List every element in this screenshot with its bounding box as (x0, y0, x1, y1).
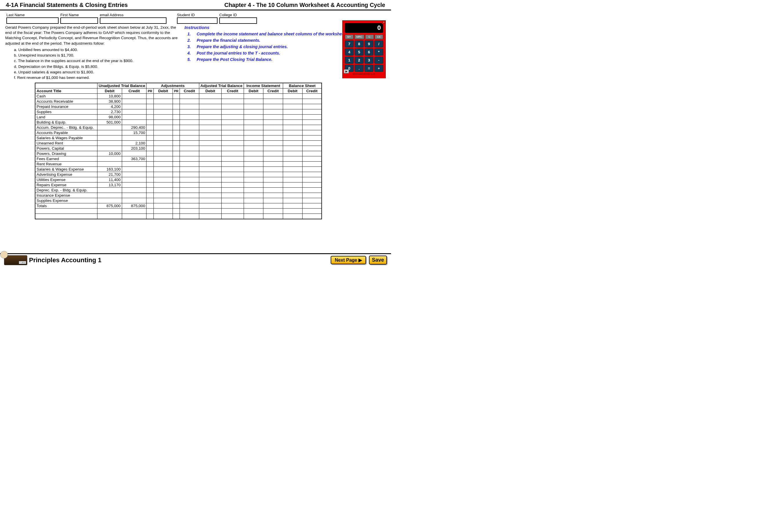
ws-cell[interactable] (199, 167, 221, 172)
ws-cell[interactable] (199, 198, 221, 203)
ws-cell[interactable] (173, 141, 180, 146)
ws-cell[interactable] (244, 125, 263, 130)
ws-cell[interactable] (221, 203, 244, 209)
ws-cell[interactable] (283, 109, 302, 115)
ws-cell[interactable] (35, 209, 97, 214)
ws-cell[interactable] (173, 156, 180, 162)
last-name-input[interactable] (6, 17, 59, 24)
ws-cell[interactable] (146, 156, 153, 162)
ws-cell[interactable] (173, 125, 180, 130)
ws-cell[interactable] (153, 214, 173, 219)
calc-key-button[interactable]: / (375, 40, 383, 47)
ws-cell[interactable] (153, 167, 173, 172)
calc-key-button[interactable]: 6 (365, 48, 373, 56)
ws-cell[interactable] (153, 182, 173, 188)
ws-cell[interactable] (263, 104, 283, 109)
ws-cell[interactable] (35, 214, 97, 219)
ws-cell[interactable] (302, 177, 322, 182)
ws-cell[interactable] (173, 130, 180, 136)
ws-cell[interactable] (221, 193, 244, 198)
ws-cell[interactable] (199, 94, 221, 99)
ws-cell[interactable] (283, 193, 302, 198)
ws-cell[interactable] (199, 156, 221, 162)
ws-cell[interactable] (302, 94, 322, 99)
ws-cell[interactable] (221, 130, 244, 136)
ws-cell[interactable] (180, 109, 199, 115)
ws-cell[interactable] (263, 146, 283, 151)
ws-cell[interactable] (146, 188, 153, 193)
calculator-close-icon[interactable]: × (382, 21, 386, 24)
ws-cell[interactable] (221, 156, 244, 162)
ws-cell[interactable] (199, 136, 221, 141)
ws-cell[interactable] (153, 130, 173, 136)
ws-cell[interactable] (283, 146, 302, 151)
ws-cell[interactable] (302, 156, 322, 162)
ws-cell[interactable] (180, 209, 199, 214)
ws-cell[interactable] (180, 214, 199, 219)
ws-cell[interactable] (244, 209, 263, 214)
ws-cell[interactable] (173, 136, 180, 141)
ws-cell[interactable] (221, 120, 244, 125)
ws-cell[interactable] (180, 99, 199, 104)
ws-cell[interactable] (180, 182, 199, 188)
ws-cell[interactable] (302, 120, 322, 125)
ws-cell[interactable] (221, 172, 244, 177)
ws-cell[interactable] (199, 177, 221, 182)
ws-cell[interactable] (199, 130, 221, 136)
ws-cell[interactable] (302, 146, 322, 151)
ws-cell[interactable] (244, 94, 263, 99)
ws-cell[interactable] (283, 94, 302, 99)
student-id-input[interactable] (177, 17, 218, 24)
ws-cell[interactable] (146, 146, 153, 151)
ws-cell[interactable] (244, 188, 263, 193)
ws-cell[interactable] (263, 209, 283, 214)
calc-key-button[interactable]: + (375, 65, 383, 72)
ws-cell[interactable] (199, 209, 221, 214)
ws-cell[interactable] (244, 172, 263, 177)
ws-cell[interactable] (173, 177, 180, 182)
ws-cell[interactable] (244, 130, 263, 136)
ws-cell[interactable] (263, 109, 283, 115)
ws-cell[interactable] (263, 172, 283, 177)
ws-cell[interactable] (146, 209, 153, 214)
ws-cell[interactable] (244, 120, 263, 125)
ws-cell[interactable] (283, 99, 302, 104)
ws-cell[interactable] (263, 99, 283, 104)
ws-cell[interactable] (146, 193, 153, 198)
ws-cell[interactable] (302, 136, 322, 141)
calc-key-button[interactable]: 2 (355, 57, 363, 64)
ws-cell[interactable] (153, 198, 173, 203)
ws-cell[interactable] (263, 188, 283, 193)
ws-cell[interactable] (263, 203, 283, 209)
calc-key-button[interactable]: 8 (355, 40, 363, 47)
ws-cell[interactable] (244, 109, 263, 115)
ws-cell[interactable] (199, 193, 221, 198)
ws-cell[interactable] (302, 203, 322, 209)
ws-cell[interactable] (283, 136, 302, 141)
ws-cell[interactable] (180, 172, 199, 177)
ws-cell[interactable] (263, 167, 283, 172)
ws-cell[interactable] (244, 162, 263, 167)
ws-cell[interactable] (180, 104, 199, 109)
ws-cell[interactable] (302, 130, 322, 136)
ws-cell[interactable] (153, 115, 173, 120)
ws-cell[interactable] (153, 104, 173, 109)
ws-cell[interactable] (221, 136, 244, 141)
ws-cell[interactable] (199, 141, 221, 146)
ws-cell[interactable] (263, 156, 283, 162)
play-icon[interactable]: ▶ (344, 69, 349, 73)
ws-cell[interactable] (283, 125, 302, 130)
ws-cell[interactable] (244, 177, 263, 182)
ws-cell[interactable] (302, 151, 322, 156)
ws-cell[interactable] (199, 172, 221, 177)
ws-cell[interactable] (199, 188, 221, 193)
ws-cell[interactable] (146, 109, 153, 115)
ws-cell[interactable] (302, 104, 322, 109)
ws-cell[interactable] (244, 136, 263, 141)
ws-cell[interactable] (146, 203, 153, 209)
ws-cell[interactable] (180, 141, 199, 146)
ws-cell[interactable] (221, 141, 244, 146)
ws-cell[interactable] (180, 151, 199, 156)
ws-cell[interactable] (146, 167, 153, 172)
ws-cell[interactable] (283, 162, 302, 167)
